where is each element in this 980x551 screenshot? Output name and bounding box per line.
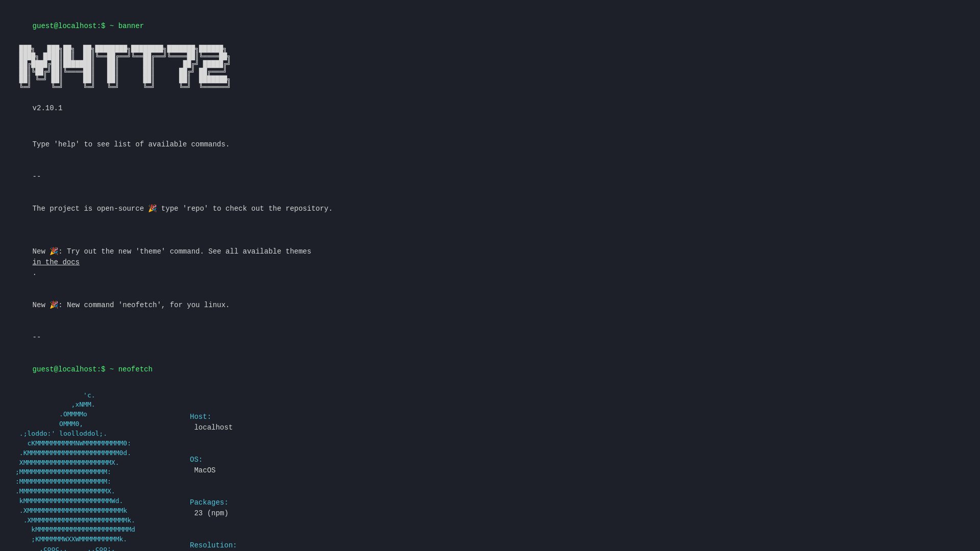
resolution-line: Resolution: 1512x982 bbox=[156, 530, 340, 551]
host-label: Host: bbox=[190, 413, 211, 421]
host-val: localhost bbox=[194, 423, 233, 432]
os-line: OS: MacOS bbox=[156, 444, 340, 487]
dash-2: -- bbox=[33, 333, 41, 341]
os-val: MacOS bbox=[194, 466, 215, 474]
neofetch-ascii-art: 'c. ,xNMM. .OMMMMo OMMM0, .;loddo:' lool… bbox=[15, 391, 135, 551]
type-help-text: Type 'help' to see list of available com… bbox=[33, 140, 230, 148]
packages-val: 23 (npm) bbox=[194, 509, 228, 517]
new-neofetch-line: New 🎉: New command 'neofetch', for you l… bbox=[15, 289, 965, 321]
banner-art-container: ███╗ ███╗██╗ ██╗████████╗████████╗██████… bbox=[15, 45, 965, 91]
sysinfo-container: Host: localhost OS: MacOS Packages: 23 (… bbox=[156, 391, 340, 551]
dash-line-1: -- bbox=[15, 161, 965, 193]
version-line: v2.10.1 bbox=[15, 92, 965, 124]
dash-line-2: -- bbox=[15, 321, 965, 354]
new-theme-line: New 🎉: Try out the new 'theme' command. … bbox=[15, 236, 965, 289]
command-banner-line: guest@localhost:$ ~ banner bbox=[15, 10, 965, 42]
new-neofetch-text: New 🎉: New command 'neofetch', for you l… bbox=[33, 301, 230, 309]
banner-ascii: ███╗ ███╗██╗ ██╗████████╗████████╗██████… bbox=[15, 45, 965, 91]
in-the-docs-link[interactable]: in the docs bbox=[33, 258, 80, 266]
prompt-1: guest@localhost:$ ~ banner bbox=[33, 22, 144, 30]
packages-line: Packages: 23 (npm) bbox=[156, 487, 340, 530]
host-line: Host: localhost bbox=[156, 401, 340, 444]
version-text: v2.10.1 bbox=[33, 104, 63, 112]
blank-line-1 bbox=[15, 225, 965, 236]
packages-label: Packages: bbox=[190, 498, 229, 507]
prompt-2: guest@localhost:$ ~ neofetch bbox=[33, 365, 153, 373]
new-theme-end: . bbox=[33, 269, 37, 277]
os-label: OS: bbox=[190, 456, 203, 464]
type-help-line: Type 'help' to see list of available com… bbox=[15, 129, 965, 161]
neofetch-output: 'c. ,xNMM. .OMMMMo OMMM0, .;loddo:' lool… bbox=[15, 391, 965, 551]
opensource-text: The project is open-source 🎉 type 'repo'… bbox=[33, 205, 333, 213]
terminal: guest@localhost:$ ~ banner ███╗ ███╗██╗ … bbox=[15, 10, 965, 541]
opensource-line: The project is open-source 🎉 type 'repo'… bbox=[15, 193, 965, 225]
dash-1: -- bbox=[33, 172, 41, 181]
command-neofetch-line: guest@localhost:$ ~ neofetch bbox=[15, 354, 965, 386]
resolution-label: Resolution: bbox=[190, 541, 237, 549]
new-theme-text: New 🎉: Try out the new 'theme' command. … bbox=[33, 247, 311, 256]
